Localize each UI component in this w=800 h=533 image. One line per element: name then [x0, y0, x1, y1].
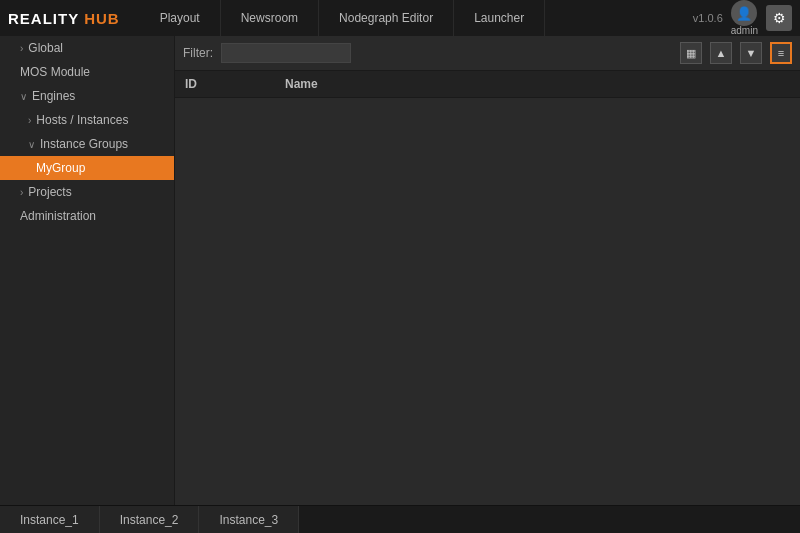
table-header: ID Name [175, 71, 800, 98]
list-view-button[interactable]: ≡ [770, 42, 792, 64]
user-label: admin [731, 26, 758, 36]
column-header-name: Name [285, 77, 790, 91]
nav-tabs: Playout Newsroom Nodegraph Editor Launch… [140, 0, 693, 36]
move-down-button[interactable]: ▼ [740, 42, 762, 64]
user-profile[interactable]: 👤 admin [731, 0, 758, 36]
nav-tab-newsroom[interactable]: Newsroom [221, 0, 319, 36]
app-logo: REALITY HUB [8, 10, 120, 27]
column-header-id: ID [185, 77, 285, 91]
grid-view-button[interactable]: ▦ [680, 42, 702, 64]
gear-icon: ⚙ [773, 10, 786, 26]
down-arrow-icon: ▼ [746, 47, 757, 59]
nav-tab-nodegraph-editor[interactable]: Nodegraph Editor [319, 0, 454, 36]
table-area: ID Name [175, 71, 800, 505]
filter-bar: Filter: ▦ ▲ ▼ ≡ [175, 36, 800, 71]
sidebar-item-hosts-instances[interactable]: › Hosts / Instances [0, 108, 174, 132]
chevron-right-icon: › [20, 43, 23, 54]
chevron-right-icon-3: › [20, 187, 23, 198]
move-up-button[interactable]: ▲ [710, 42, 732, 64]
sidebar-item-instance-groups[interactable]: ∨ Instance Groups [0, 132, 174, 156]
chevron-right-icon-2: › [28, 115, 31, 126]
nav-tab-playout[interactable]: Playout [140, 0, 221, 36]
grid-icon: ▦ [686, 47, 696, 60]
chevron-down-icon-2: ∨ [28, 139, 35, 150]
bottom-tab-instance-1[interactable]: Instance_1 [0, 506, 100, 533]
sidebar-item-administration[interactable]: Administration [0, 204, 174, 228]
sidebar-item-mygroup[interactable]: MyGroup [0, 156, 174, 180]
bottom-tab-instance-3[interactable]: Instance_3 [199, 506, 299, 533]
top-navigation: REALITY HUB Playout Newsroom Nodegraph E… [0, 0, 800, 36]
chevron-down-icon: ∨ [20, 91, 27, 102]
sidebar-item-global[interactable]: › Global [0, 36, 174, 60]
sidebar: › Global MOS Module ∨ Engines › Hosts / … [0, 36, 175, 505]
bottom-tabs: Instance_1 Instance_2 Instance_3 [0, 505, 800, 533]
filter-input[interactable] [221, 43, 351, 63]
content-area: Filter: ▦ ▲ ▼ ≡ ID Name [175, 36, 800, 505]
sidebar-item-mos-module[interactable]: MOS Module [0, 60, 174, 84]
up-arrow-icon: ▲ [716, 47, 727, 59]
version-label: v1.0.6 [693, 12, 723, 24]
sidebar-item-projects[interactable]: › Projects [0, 180, 174, 204]
sidebar-item-engines[interactable]: ∨ Engines [0, 84, 174, 108]
nav-tab-launcher[interactable]: Launcher [454, 0, 545, 36]
logo-hub: HUB [84, 10, 120, 27]
filter-label: Filter: [183, 46, 213, 60]
settings-button[interactable]: ⚙ [766, 5, 792, 31]
list-icon: ≡ [778, 47, 784, 59]
nav-right: v1.0.6 👤 admin ⚙ [693, 0, 792, 36]
main-content: › Global MOS Module ∨ Engines › Hosts / … [0, 36, 800, 505]
user-avatar[interactable]: 👤 [731, 0, 757, 26]
bottom-tab-instance-2[interactable]: Instance_2 [100, 506, 200, 533]
logo-reality: REALITY [8, 10, 79, 27]
